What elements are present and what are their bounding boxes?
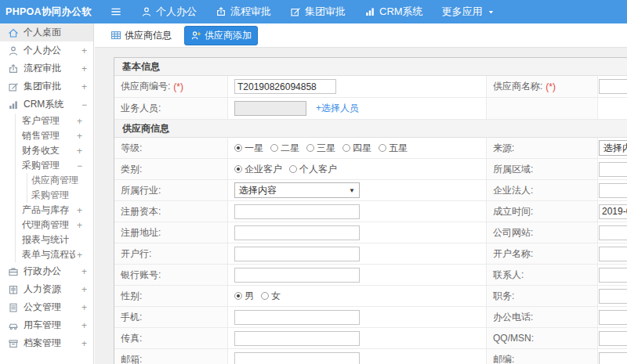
region-input[interactable] <box>599 162 627 177</box>
sidebar-item-label: 财务收支 <box>22 144 60 157</box>
zipcode-input[interactable] <box>599 352 627 364</box>
sidebar-item-label: 客户管理 <box>22 114 60 128</box>
tab-2[interactable]: 供应商添加 <box>184 26 258 45</box>
expand-toggle-icon[interactable]: + <box>80 45 87 56</box>
radio-icon <box>342 144 350 152</box>
qq-msn-input[interactable] <box>599 331 627 346</box>
source-select[interactable]: 选择内容▼ <box>599 140 627 156</box>
sidebar-item-9[interactable]: 采购管理− <box>0 158 93 173</box>
bank-account-input[interactable] <box>234 268 360 283</box>
sidebar-item-8[interactable]: 财务收支+ <box>0 143 93 158</box>
topnav-item-5[interactable]: 更多应用 <box>442 5 495 19</box>
expand-toggle-icon[interactable]: + <box>80 63 87 74</box>
tab-1[interactable]: 供应商信息 <box>104 26 178 45</box>
sidebar-item-5[interactable]: CRM系统− <box>0 96 93 114</box>
expand-toggle-icon[interactable]: + <box>75 146 82 157</box>
field-label-cell: 邮编: <box>486 349 598 364</box>
sidebar-item-6[interactable]: 客户管理+ <box>0 114 93 128</box>
field-label-cell: 联系人: <box>486 265 598 285</box>
expand-toggle-icon[interactable]: − <box>75 160 82 171</box>
sidebar-item-1[interactable]: 个人桌面 <box>0 23 93 41</box>
field-label: 银行账号: <box>121 268 161 282</box>
sidebar-item-16[interactable]: 行政办公+ <box>0 262 93 280</box>
topnav-item-label: 更多应用 <box>442 5 483 19</box>
level-radio-2[interactable]: 二星 <box>270 142 299 155</box>
field-cell <box>598 98 627 119</box>
website-input[interactable] <box>599 225 627 240</box>
field-cell <box>598 222 627 243</box>
supplier-name-input[interactable] <box>599 79 627 94</box>
bank-input[interactable] <box>234 247 360 261</box>
position-input[interactable] <box>599 289 627 304</box>
category-radio-1[interactable]: 企业客户 <box>234 163 282 176</box>
expand-toggle-icon[interactable]: + <box>80 320 87 331</box>
sidebar-item-19[interactable]: 用车管理+ <box>0 316 93 334</box>
legal-person-input[interactable] <box>599 183 627 198</box>
expand-toggle-icon[interactable]: + <box>80 284 87 295</box>
fax-input[interactable] <box>234 331 360 346</box>
expand-toggle-icon[interactable]: + <box>80 266 87 277</box>
contact-input[interactable] <box>599 268 627 283</box>
field-label-cell: 业务人员: <box>114 98 228 119</box>
radio-icon <box>379 144 386 152</box>
sidebar-item-18[interactable]: 公文管理+ <box>0 298 93 316</box>
category-radio-2[interactable]: 个人客户 <box>289 163 337 176</box>
supplier-code-input[interactable] <box>234 79 336 94</box>
expand-toggle-icon[interactable]: + <box>75 250 82 261</box>
expand-toggle-icon[interactable]: + <box>80 302 87 313</box>
hamburger-menu-button[interactable] <box>110 5 122 18</box>
expand-toggle-icon[interactable]: + <box>75 131 82 142</box>
sidebar-item-2[interactable]: 个人办公+ <box>0 41 93 59</box>
select-person-link[interactable]: +选择人员 <box>316 102 359 115</box>
caret-icon <box>487 8 495 16</box>
car-icon <box>8 320 19 331</box>
field-cell <box>598 328 627 348</box>
sidebar-item-15[interactable]: 表单与流程设置+ <box>0 247 93 262</box>
account-name-input[interactable] <box>599 247 627 261</box>
form-row: 类别:企业客户个人客户所属区域: <box>114 159 627 180</box>
sidebar-item-12[interactable]: 产品与库存+ <box>0 203 93 218</box>
sidebar-item-10[interactable]: 供应商管理 <box>0 173 93 188</box>
expand-toggle-icon[interactable]: − <box>80 99 87 110</box>
radio-icon <box>234 165 242 173</box>
expand-toggle-icon[interactable]: + <box>80 81 87 92</box>
expand-toggle-icon[interactable]: + <box>75 220 82 231</box>
sidebar-item-3[interactable]: 流程审批+ <box>0 59 93 77</box>
sidebar-item-17[interactable]: 人力资源+ <box>0 280 93 298</box>
field-label-cell: 供应商名称:(*) <box>486 76 598 97</box>
industry-select[interactable]: 选择内容▼ <box>234 182 360 198</box>
tab-label: 供应商添加 <box>205 29 252 42</box>
level-radio-1[interactable]: 一星 <box>234 142 263 155</box>
topnav-item-1[interactable]: 个人办公 <box>141 5 197 19</box>
registered-capital-input[interactable] <box>234 204 360 219</box>
field-cell: 选择内容▼ <box>228 180 486 200</box>
level-radio-5[interactable]: 五星 <box>379 142 408 155</box>
level-radio-3[interactable]: 三星 <box>306 142 335 155</box>
field-cell <box>598 286 627 306</box>
topnav-item-2[interactable]: 流程审批 <box>216 5 271 19</box>
sidebar-item-14[interactable]: 报表与统计 <box>0 232 93 247</box>
field-label-cell: 所属区域: <box>486 159 598 179</box>
sidebar-item-4[interactable]: 集团审批+ <box>0 77 93 96</box>
founded-date-input[interactable] <box>599 204 627 219</box>
sidebar-item-11[interactable]: 采购管理 <box>0 188 93 203</box>
sidebar-item-13[interactable]: 代理商管理+ <box>0 218 93 232</box>
gender-radio-2[interactable]: 女 <box>261 290 281 303</box>
level-radio-4[interactable]: 四星 <box>342 142 371 155</box>
mobile-input[interactable] <box>234 310 360 325</box>
topnav-item-4[interactable]: CRM系统 <box>364 5 423 19</box>
gender-radio-1[interactable]: 男 <box>234 290 254 303</box>
expand-toggle-icon[interactable]: + <box>75 205 82 216</box>
expand-toggle-icon[interactable]: + <box>75 116 82 127</box>
expand-toggle-icon[interactable]: + <box>80 338 87 349</box>
email-input[interactable] <box>234 352 360 364</box>
radio-icon <box>261 292 269 300</box>
field-cell <box>598 201 627 222</box>
staff-input[interactable] <box>234 101 306 116</box>
registered-address-input[interactable] <box>234 225 360 240</box>
sidebar-item-20[interactable]: 档案管理+ <box>0 334 93 352</box>
form-row: 开户行:开户名称: <box>114 243 627 265</box>
office-phone-input[interactable] <box>599 310 627 325</box>
sidebar-item-7[interactable]: 销售管理+ <box>0 128 93 143</box>
topnav-item-3[interactable]: 集团审批 <box>290 5 346 19</box>
